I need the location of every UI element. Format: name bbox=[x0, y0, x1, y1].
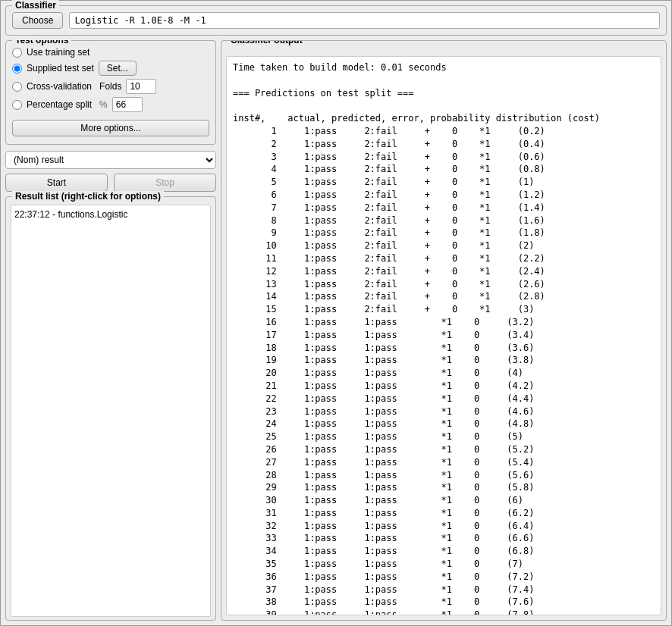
classifier-row: Choose bbox=[12, 12, 660, 29]
classifier-name-input[interactable] bbox=[69, 12, 660, 29]
percentage-split-label: Percentage split bbox=[27, 99, 92, 110]
main-container: Classifier Choose Test options Use train… bbox=[0, 0, 672, 626]
supplied-test-set-radio[interactable] bbox=[12, 64, 22, 74]
action-buttons: Start Stop bbox=[5, 174, 216, 192]
use-training-set-row: Use training set bbox=[12, 47, 209, 58]
dropdown-row: (Nom) result bbox=[5, 151, 216, 169]
result-list-area[interactable]: 22:37:12 - functions.Logistic bbox=[11, 205, 211, 617]
set-button[interactable]: Set... bbox=[99, 61, 137, 76]
use-training-set-radio[interactable] bbox=[12, 48, 22, 58]
supplied-test-set-row: Supplied test set Set... bbox=[12, 61, 209, 76]
more-options-button[interactable]: More options... bbox=[12, 120, 209, 136]
classifier-section-label: Classifier bbox=[12, 0, 59, 11]
classifier-output-area[interactable]: Time taken to build model: 0.01 seconds … bbox=[226, 56, 661, 615]
test-options-section: Test options Use training set Supplied t… bbox=[5, 40, 216, 145]
left-panel: Test options Use training set Supplied t… bbox=[5, 40, 216, 621]
right-panel: Classifier output Time taken to build mo… bbox=[221, 40, 667, 621]
start-button[interactable]: Start bbox=[5, 174, 108, 192]
folds-label: Folds bbox=[99, 81, 121, 92]
supplied-test-set-label: Supplied test set bbox=[27, 63, 94, 74]
percent-symbol: % bbox=[99, 99, 108, 110]
result-dropdown[interactable]: (Nom) result bbox=[5, 151, 216, 169]
stop-button: Stop bbox=[114, 174, 216, 192]
percentage-split-row: Percentage split % bbox=[12, 97, 209, 112]
choose-button[interactable]: Choose bbox=[12, 12, 63, 29]
result-list-section: Result list (right-click for options) 22… bbox=[5, 196, 216, 621]
percent-input[interactable] bbox=[112, 97, 143, 112]
percentage-split-radio[interactable] bbox=[12, 100, 22, 110]
cross-validation-row: Cross-validation Folds bbox=[12, 79, 209, 94]
classifier-section: Classifier Choose bbox=[5, 5, 667, 36]
classifier-output-label: Classifier output bbox=[228, 40, 306, 45]
cross-validation-label: Cross-validation bbox=[27, 81, 92, 92]
content-area: Test options Use training set Supplied t… bbox=[5, 40, 667, 621]
cross-validation-radio[interactable] bbox=[12, 82, 22, 92]
use-training-set-label: Use training set bbox=[27, 47, 89, 58]
result-list-section-label: Result list (right-click for options) bbox=[12, 191, 164, 202]
result-item[interactable]: 22:37:12 - functions.Logistic bbox=[14, 208, 207, 221]
folds-input[interactable] bbox=[126, 79, 156, 94]
test-options-label: Test options bbox=[12, 40, 71, 45]
